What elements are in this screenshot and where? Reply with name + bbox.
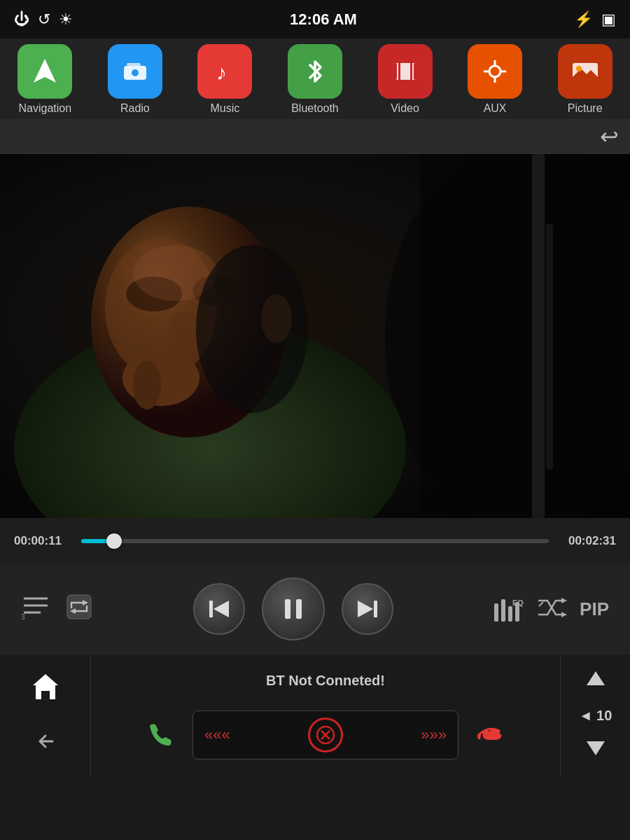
total-time: 00:02:31: [560, 534, 616, 548]
progress-bar[interactable]: [81, 539, 549, 543]
call-controls: ««« »»»: [136, 710, 514, 760]
svg-rect-21: [532, 154, 545, 518]
svg-rect-42: [209, 601, 213, 617]
power-icon[interactable]: ⏻: [14, 10, 29, 29]
video-area: [0, 154, 630, 518]
svg-rect-20: [420, 154, 630, 518]
svg-marker-62: [587, 741, 605, 755]
controls-area: 3: [0, 564, 630, 654]
usb-icon: ⚡: [574, 10, 593, 29]
app-radio[interactable]: Radio: [93, 44, 177, 115]
status-icons-right: ⚡ ▣: [574, 10, 616, 29]
dial-close-button[interactable]: [308, 718, 343, 752]
playlist-icon[interactable]: 3: [21, 592, 50, 626]
aux-label: AUX: [484, 102, 507, 115]
home-button[interactable]: [30, 671, 61, 708]
bottom-bar: BT Not Conneted! ««« »»»: [0, 654, 630, 777]
radio-label: Radio: [120, 102, 150, 115]
music-icon: ♪: [197, 44, 252, 99]
pip-button[interactable]: PIP: [580, 598, 609, 620]
bluetooth-icon-btn: [288, 44, 342, 99]
bt-status-text: BT Not Conneted!: [266, 673, 385, 689]
svg-marker-43: [214, 601, 229, 617]
end-call-button[interactable]: [470, 713, 514, 757]
svg-rect-6: [393, 63, 397, 80]
next-button[interactable]: [342, 583, 393, 635]
back-toolbar-icon[interactable]: ↩: [600, 123, 619, 150]
toolbar: ↩: [0, 119, 630, 154]
refresh-icon[interactable]: ↺: [38, 10, 50, 29]
prev-button[interactable]: [193, 583, 245, 635]
svg-rect-46: [374, 601, 377, 617]
svg-rect-9: [410, 63, 412, 80]
app-bar: Navigation Radio ♪ Music Bluetooth: [0, 38, 630, 119]
app-picture[interactable]: Picture: [543, 44, 627, 115]
brightness-icon[interactable]: ☀: [59, 10, 73, 29]
picture-icon: [558, 44, 612, 99]
app-bluetooth[interactable]: Bluetooth: [273, 44, 357, 115]
video-placeholder: [0, 154, 630, 518]
svg-rect-48: [494, 603, 498, 622]
controls-right: EQ PIP: [493, 595, 609, 623]
svg-text:3: 3: [21, 613, 25, 621]
controls-left: 3: [21, 592, 94, 626]
aux-icon: [468, 44, 522, 99]
svg-rect-45: [296, 599, 302, 619]
answer-call-button[interactable]: [136, 713, 181, 757]
svg-marker-53: [561, 598, 567, 603]
radio-icon: [108, 44, 162, 99]
volume-down-button[interactable]: [585, 740, 606, 762]
volume-up-button[interactable]: [585, 670, 606, 692]
svg-marker-56: [33, 674, 58, 699]
svg-point-17: [576, 66, 582, 71]
navigation-label: Navigation: [18, 102, 71, 115]
svg-point-34: [196, 245, 308, 413]
svg-text:EQ: EQ: [512, 598, 524, 607]
svg-rect-49: [501, 599, 505, 622]
progress-thumb[interactable]: [106, 533, 122, 549]
repeat-icon[interactable]: [64, 592, 94, 626]
svg-marker-47: [358, 601, 373, 617]
app-music[interactable]: ♪ Music: [183, 44, 267, 115]
bottom-right-controls: ◄ 10: [560, 654, 630, 777]
dial-right-arrows: »»»: [421, 726, 447, 744]
bottom-center-controls: BT Not Conneted! ««« »»»: [91, 654, 560, 777]
back-button[interactable]: [31, 727, 59, 761]
bottom-left-controls: [0, 654, 91, 777]
navigation-icon: [18, 44, 72, 99]
app-aux[interactable]: AUX: [453, 44, 537, 115]
dial-left-arrows: «««: [204, 726, 230, 744]
svg-text:♪: ♪: [216, 61, 227, 84]
video-label: Video: [391, 102, 419, 115]
svg-point-10: [489, 66, 500, 77]
picture-label: Picture: [568, 102, 603, 115]
app-navigation[interactable]: Navigation: [3, 44, 87, 115]
video-icon: [378, 44, 433, 99]
pause-button[interactable]: [262, 578, 325, 640]
bluetooth-label: Bluetooth: [291, 102, 339, 115]
svg-point-2: [132, 69, 139, 76]
svg-rect-7: [414, 63, 418, 80]
status-bar: ⏻ ↺ ☀ 12:06 AM ⚡ ▣: [0, 0, 630, 38]
svg-marker-0: [34, 59, 56, 83]
svg-marker-61: [587, 671, 605, 685]
svg-rect-44: [285, 599, 290, 619]
progress-area: 00:00:11 00:02:31: [0, 518, 630, 564]
music-label: Music: [211, 102, 240, 115]
dial-pad: ««« »»»: [192, 710, 458, 760]
eq-icon[interactable]: EQ: [493, 596, 524, 622]
svg-line-55: [539, 602, 543, 606]
svg-marker-54: [561, 612, 567, 617]
current-time: 00:00:11: [14, 534, 70, 548]
svg-point-31: [133, 360, 161, 410]
svg-rect-22: [546, 224, 553, 469]
app-video[interactable]: Video: [363, 44, 447, 115]
screen-icon[interactable]: ▣: [601, 10, 616, 29]
status-time: 12:06 AM: [290, 10, 357, 29]
svg-rect-3: [127, 63, 141, 66]
status-icons-left: ⏻ ↺ ☀: [14, 10, 73, 29]
shuffle-icon[interactable]: [536, 595, 567, 623]
volume-level: ◄ 10: [579, 708, 612, 724]
svg-rect-8: [398, 63, 400, 80]
controls-center: [193, 578, 393, 640]
